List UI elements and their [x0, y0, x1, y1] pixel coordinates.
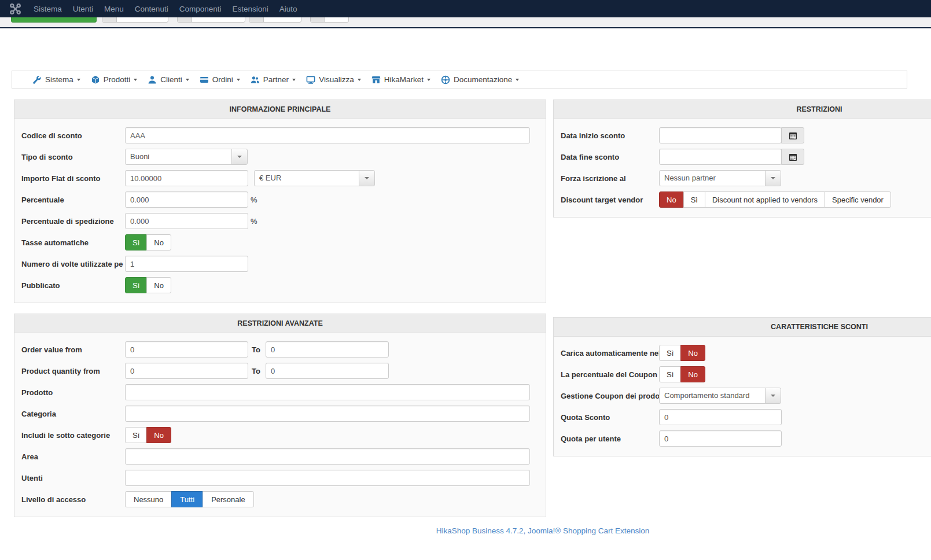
field-label-tasse-automatiche: Tasse automatiche [21, 238, 125, 247]
left-column: INFORMAZIONE PRINCIPALE Codice di sconto… [14, 100, 546, 517]
field-label-area: Area [21, 452, 125, 461]
navbar-item-sistema[interactable]: Sistema [34, 5, 62, 13]
credit-card-icon [200, 75, 209, 84]
navbar-item-utenti[interactable]: Utenti [73, 5, 93, 13]
field-label-carica-automaticamente: Carica automaticamente nel [561, 349, 659, 358]
menubar-item-hikamarket[interactable]: HikaMarket [371, 75, 430, 84]
pubblicato-toggle: Sì No [125, 277, 171, 293]
livello-personale-button[interactable]: Personale [203, 491, 254, 507]
to-label: To [252, 367, 260, 375]
calendar-icon [789, 153, 797, 161]
to-label: To [252, 345, 260, 354]
chevron-down-icon[interactable] [765, 388, 781, 404]
vendor-si-button[interactable]: Sì [683, 191, 705, 208]
gestione-coupon-select[interactable]: Comportamento standard [659, 388, 781, 404]
field-label-quota-sconto: Quota Sconto [561, 413, 659, 422]
navbar-item-aiuto[interactable]: Aiuto [279, 5, 297, 13]
menubar-item-ordini[interactable]: Ordini [200, 75, 240, 84]
field-label-forza-iscrizione: Forza iscrizione al [561, 174, 659, 183]
toolbar-button-2[interactable] [102, 17, 168, 23]
prodotto-input[interactable] [125, 384, 530, 400]
navbar-item-componenti[interactable]: Componenti [179, 5, 222, 13]
toolbar-button-5[interactable] [310, 17, 349, 23]
menubar-item-label: Prodotti [104, 75, 131, 84]
field-label-product-quantity: Product quantity from [21, 367, 125, 375]
navbar-item-estensioni[interactable]: Estensioni [232, 5, 268, 13]
menubar-item-label: Clienti [160, 75, 182, 84]
wrench-icon [32, 75, 42, 84]
vendor-specific-button[interactable]: Specific vendor [825, 191, 891, 208]
percentuale-coupon-si-button[interactable]: Sì [659, 366, 681, 382]
quota-per-utente-input[interactable] [659, 430, 782, 447]
chevron-down-icon[interactable] [359, 170, 375, 186]
categoria-input[interactable] [125, 406, 530, 422]
panel-restrizioni-avanzate: RESTRIZIONI AVANZATE Order value from To… [14, 314, 546, 517]
menubar-item-clienti[interactable]: Clienti [148, 75, 189, 84]
chevron-down-icon [427, 79, 430, 81]
chevron-down-icon[interactable] [231, 149, 248, 165]
menubar-item-label: HikaMarket [384, 75, 424, 84]
importo-flat-input[interactable] [125, 170, 248, 186]
forza-iscrizione-select[interactable]: Nessun partner [659, 170, 781, 186]
select-value: € EUR [254, 170, 359, 186]
pubblicato-no-button[interactable]: No [146, 277, 171, 293]
sotto-categorie-toggle: Sì No [125, 427, 171, 443]
livello-tutti-button[interactable]: Tutti [171, 491, 203, 507]
menubar-item-sistema[interactable]: Sistema [32, 75, 80, 84]
sotto-categorie-si-button[interactable]: Sì [125, 427, 147, 443]
product-quantity-from-input[interactable] [125, 363, 248, 379]
data-inizio-input[interactable] [659, 127, 782, 143]
menubar-item-documentazione[interactable]: Documentazione [441, 75, 519, 84]
tipo-di-sconto-select[interactable]: Buoni [125, 149, 248, 165]
toolbar-save-button[interactable] [11, 17, 97, 23]
panel-caratteristiche-sconti: CARATTERISTICHE SCONTI Carica automatica… [553, 317, 931, 456]
chevron-down-icon[interactable] [765, 170, 781, 186]
chevron-down-icon [237, 79, 240, 81]
tasse-si-button[interactable]: Sì [125, 234, 147, 250]
carica-no-button[interactable]: No [680, 345, 705, 361]
panel-title: CARATTERISTICHE SCONTI [554, 318, 931, 337]
menubar-item-label: Partner [263, 75, 289, 84]
utenti-input[interactable] [125, 470, 530, 486]
calendar-button[interactable] [781, 127, 804, 143]
percentuale-coupon-toggle: Sì No [659, 366, 705, 382]
pubblicato-si-button[interactable]: Sì [125, 277, 147, 293]
toolbar-button-3[interactable] [177, 17, 245, 23]
toolbar-clipped-strip [0, 17, 931, 28]
vendor-not-applied-button[interactable]: Discount not applied to vendors [705, 191, 825, 208]
tasse-no-button[interactable]: No [146, 234, 171, 250]
vendor-no-button[interactable]: No [659, 191, 684, 208]
livello-nessuno-button[interactable]: Nessuno [125, 491, 172, 507]
chevron-down-icon [186, 79, 189, 81]
menubar-item-partner[interactable]: Partner [251, 75, 296, 84]
menubar-item-visualizza[interactable]: Visualizza [306, 75, 361, 84]
joomla-logo-icon [9, 3, 21, 15]
valuta-select[interactable]: € EUR [254, 170, 375, 186]
user-icon [148, 75, 157, 84]
footer: HikaShop Business 4.7.2, Joomla!® Shoppi… [0, 526, 931, 535]
percentuale-input[interactable] [125, 191, 248, 208]
sotto-categorie-no-button[interactable]: No [146, 427, 171, 443]
cube-icon [91, 75, 100, 84]
codice-di-sconto-input[interactable] [125, 127, 530, 143]
field-label-percentuale-coupon: La percentuale del Coupon s [561, 370, 659, 379]
percentuale-coupon-no-button[interactable]: No [680, 366, 705, 382]
calendar-icon [789, 131, 797, 140]
menubar-item-label: Ordini [212, 75, 233, 84]
data-fine-input[interactable] [659, 149, 782, 165]
numero-volte-input[interactable] [125, 256, 248, 272]
menubar-item-prodotti[interactable]: Prodotti [91, 75, 138, 84]
hikashop-credit-link[interactable]: HikaShop Business 4.7.2, Joomla!® Shoppi… [436, 526, 650, 535]
order-value-to-input[interactable] [266, 341, 389, 358]
product-quantity-to-input[interactable] [266, 363, 389, 379]
calendar-button[interactable] [781, 149, 804, 165]
navbar-item-contenuti[interactable]: Contenuti [135, 5, 168, 13]
toolbar-button-4[interactable] [249, 17, 301, 23]
quota-sconto-input[interactable] [659, 409, 782, 425]
menubar-item-label: Visualizza [319, 75, 354, 84]
carica-si-button[interactable]: Sì [659, 345, 681, 361]
navbar-item-menu[interactable]: Menu [104, 5, 124, 13]
order-value-from-input[interactable] [125, 341, 248, 358]
percentuale-spedizione-input[interactable] [125, 213, 248, 229]
area-input[interactable] [125, 448, 530, 465]
